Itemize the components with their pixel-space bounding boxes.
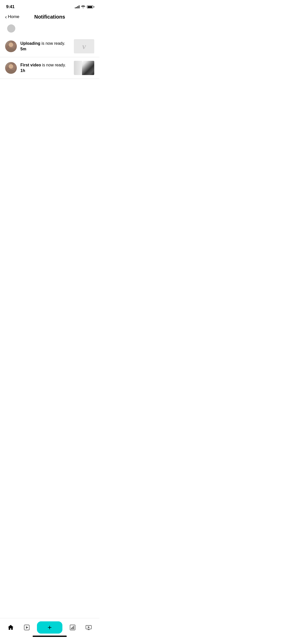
status-time: 9:41 <box>6 4 15 9</box>
signal-icon <box>75 5 79 8</box>
avatar-indicator <box>7 24 15 33</box>
notification-thumbnail: v <box>74 39 94 53</box>
status-icons <box>75 5 93 8</box>
notification-title: First video <box>20 63 41 67</box>
notification-thumbnail <box>74 61 94 75</box>
wifi-icon <box>81 5 85 8</box>
vimeo-logo-icon: v <box>82 42 86 51</box>
battery-icon <box>87 5 93 8</box>
header: ‹ Home Notifications <box>0 12 99 23</box>
notification-list: Uploading is now ready. 5m v First video… <box>0 36 99 79</box>
page-title: Notifications <box>34 14 65 20</box>
notification-text: First video is now ready. 1h <box>20 62 70 74</box>
notification-title: Uploading <box>20 41 40 46</box>
back-label: Home <box>8 14 19 19</box>
status-bar: 9:41 <box>0 0 99 12</box>
notification-item[interactable]: First video is now ready. 1h <box>0 57 99 79</box>
notification-time: 1h <box>20 68 25 73</box>
back-button[interactable]: ‹ Home <box>5 14 19 19</box>
notification-body: is now ready. <box>40 41 65 46</box>
avatar <box>5 40 17 52</box>
notification-item[interactable]: Uploading is now ready. 5m v <box>0 36 99 57</box>
notification-text: Uploading is now ready. 5m <box>20 41 70 52</box>
back-chevron-icon: ‹ <box>5 14 7 19</box>
avatar <box>5 62 17 74</box>
notification-body: is now ready. <box>41 63 66 67</box>
notification-time: 5m <box>20 47 26 51</box>
